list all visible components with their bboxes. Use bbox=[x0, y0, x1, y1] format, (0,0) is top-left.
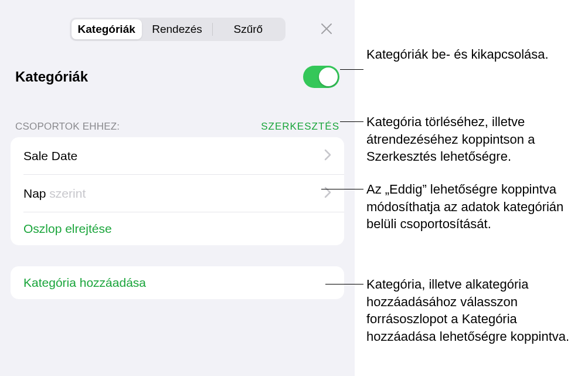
section-header: CSOPORTOK EHHEZ: SZERKESZTÉS bbox=[0, 121, 355, 133]
categories-panel: Kategóriák Rendezés Szűrő Kategóriák CSO… bbox=[0, 0, 355, 376]
row-sale-date[interactable]: Sale Date bbox=[11, 137, 344, 174]
chevron-right-icon bbox=[324, 184, 331, 202]
category-card: Sale Date Nap szerint Oszlop elrejtése bbox=[11, 137, 344, 245]
callout-edit: Kategória törléséhez, illetve átrendezés… bbox=[366, 113, 587, 165]
row-by-day-suffix: szerint bbox=[46, 187, 86, 200]
row-label: Sale Date bbox=[23, 149, 77, 163]
callouts: Kategóriák be- és kikapcsolása. Kategóri… bbox=[355, 0, 588, 376]
categories-toggle[interactable] bbox=[303, 66, 339, 88]
callout-add: Kategória, illetve alkategória hozzáadás… bbox=[366, 276, 587, 345]
tab-sort[interactable]: Rendezés bbox=[142, 19, 212, 39]
row-by-day-primary: Nap bbox=[23, 187, 46, 200]
close-button[interactable] bbox=[315, 18, 338, 41]
segmented-control: Kategóriák Rendezés Szűrő bbox=[70, 18, 285, 41]
row-hide-column[interactable]: Oszlop elrejtése bbox=[11, 212, 344, 245]
row-label: Oszlop elrejtése bbox=[23, 222, 112, 236]
header-row: Kategóriák bbox=[0, 66, 355, 88]
tab-categories[interactable]: Kategóriák bbox=[72, 19, 142, 39]
row-add-category[interactable]: Kategória hozzáadása bbox=[11, 266, 344, 299]
groups-for-label: CSOPORTOK EHHEZ: bbox=[15, 121, 120, 133]
row-label: Kategória hozzáadása bbox=[23, 276, 146, 290]
row-by-day[interactable]: Nap szerint bbox=[11, 175, 344, 212]
panel-title: Kategóriák bbox=[15, 69, 88, 85]
close-icon bbox=[321, 20, 332, 39]
edit-button[interactable]: SZERKESZTÉS bbox=[261, 121, 339, 133]
callout-toggle: Kategóriák be- és kikapcsolása. bbox=[366, 46, 587, 63]
add-category-card: Kategória hozzáadása bbox=[11, 266, 344, 299]
row-label: Nap szerint bbox=[23, 187, 86, 201]
tab-filter[interactable]: Szűrő bbox=[213, 19, 283, 39]
toggle-knob bbox=[319, 67, 338, 86]
chevron-right-icon bbox=[324, 147, 331, 165]
callout-byday: Az „Eddig” lehetőségre koppintva módosít… bbox=[366, 181, 587, 233]
